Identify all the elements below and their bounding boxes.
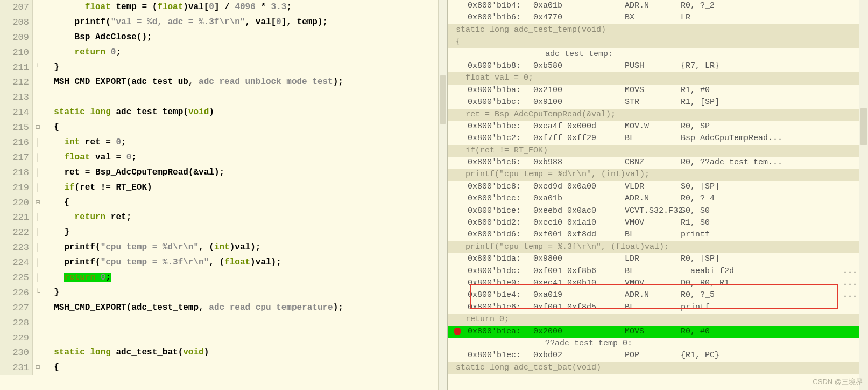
- breakpoint-gutter[interactable]: [451, 266, 463, 277]
- code-text[interactable]: [43, 331, 447, 346]
- fold-marker[interactable]: [33, 45, 43, 60]
- fold-marker[interactable]: [33, 105, 43, 120]
- code-line-212[interactable]: 212 MSH_CMD_EXPORT(adc_test_ub, adc read…: [0, 75, 447, 90]
- code-line-221[interactable]: 221│ return ret;: [0, 210, 447, 225]
- code-line-207[interactable]: 207 float temp = (float)val[0] / 4096 * …: [0, 0, 447, 15]
- fold-marker[interactable]: │: [33, 255, 43, 270]
- breakpoint-dot[interactable]: [454, 328, 461, 335]
- breakpoint-gutter[interactable]: [451, 85, 463, 96]
- code-text[interactable]: printf("cpu temp = %d\r\n", (int)val);: [43, 240, 447, 255]
- right-scrollthumb[interactable]: [860, 108, 867, 145]
- breakpoint-gutter[interactable]: [451, 217, 463, 229]
- left-scrollbar[interactable]: [438, 0, 447, 390]
- code-line-226[interactable]: 226└ }: [0, 285, 447, 301]
- code-text[interactable]: static long adc_test_bat(void): [43, 345, 447, 360]
- asm-instruction-line[interactable]: 0x800'b1b6:0x4770BXLR: [448, 12, 868, 24]
- fold-marker[interactable]: └: [33, 60, 43, 75]
- asm-instruction-line[interactable]: 0x800'b1c6:0xb988CBNZR0, ??adc_test_tem.…: [448, 157, 868, 169]
- code-line-209[interactable]: 209 Bsp_AdcClose();: [0, 30, 447, 45]
- asm-label-line[interactable]: ??adc_test_temp_0:: [448, 338, 868, 350]
- breakpoint-gutter[interactable]: [451, 181, 463, 193]
- code-line-229[interactable]: 229: [0, 331, 447, 346]
- code-text[interactable]: Bsp_AdcClose();: [43, 30, 447, 45]
- asm-instruction-line[interactable]: 0x800'b1e4:0xa019ADR.NR0, ?_5...: [448, 289, 868, 301]
- breakpoint-gutter[interactable]: [451, 96, 463, 108]
- code-line-224[interactable]: 224│ printf("cpu temp = %.3f\r\n", (floa…: [0, 255, 447, 270]
- code-line-230[interactable]: 230 static long adc_test_bat(void): [0, 345, 447, 360]
- code-text[interactable]: static long adc_test_temp(void): [43, 105, 447, 120]
- breakpoint-gutter[interactable]: [451, 133, 463, 144]
- asm-source-line[interactable]: printf("cpu temp = %.3f\r\n", (float)val…: [448, 241, 868, 253]
- right-scrollbar[interactable]: [859, 0, 868, 390]
- asm-instruction-line[interactable]: 0x800'b1e0:0xec41 0x0b10VMOVD0, R0, R1..…: [448, 277, 868, 289]
- breakpoint-gutter[interactable]: [451, 350, 463, 361]
- breakpoint-gutter[interactable]: [451, 60, 463, 72]
- asm-source-line[interactable]: {: [448, 36, 868, 48]
- asm-source-line[interactable]: printf("cpu temp = %d\r\n", (int)val);: [448, 169, 868, 180]
- asm-instruction-line[interactable]: 0x800'b1ba:0x2100MOVSR1, #0: [448, 85, 868, 96]
- asm-instruction-line[interactable]: 0x800'b1b8:0xb580PUSH{R7, LR}: [448, 60, 868, 72]
- asm-instruction-line[interactable]: 0x800'b1bc:0x9100STRR1, [SP]: [448, 96, 868, 108]
- fold-marker[interactable]: [33, 90, 43, 105]
- asm-source-line[interactable]: static long adc_test_bat(void): [448, 362, 868, 374]
- code-text[interactable]: }: [43, 225, 447, 240]
- fold-marker[interactable]: │: [33, 225, 43, 240]
- code-text[interactable]: [43, 90, 447, 105]
- asm-source-line[interactable]: static long adc_test_temp(void): [448, 24, 868, 36]
- asm-instruction-line[interactable]: 0x800'b1c8:0xed9d 0x0a00VLDRS0, [SP]: [448, 181, 868, 193]
- source-code-pane[interactable]: 207 float temp = (float)val[0] / 4096 * …: [0, 0, 448, 390]
- disassembly-pane[interactable]: 0x800'b1b4:0xa01bADR.NR0, ?_20x800'b1b6:…: [448, 0, 868, 390]
- breakpoint-gutter[interactable]: [451, 157, 463, 169]
- code-line-223[interactable]: 223│ printf("cpu temp = %d\r\n", (int)va…: [0, 240, 447, 255]
- code-text[interactable]: int ret = 0;: [43, 135, 447, 150]
- asm-instruction-line[interactable]: 0x800'b1cc:0xa01bADR.NR0, ?_4: [448, 193, 868, 205]
- fold-marker[interactable]: [33, 75, 43, 90]
- code-text[interactable]: return 0;: [43, 270, 447, 285]
- code-text[interactable]: }: [43, 285, 447, 301]
- asm-instruction-line[interactable]: 0x800'b1be:0xea4f 0x000dMOV.WR0, SP: [448, 121, 868, 133]
- code-text[interactable]: float temp = (float)val[0] / 4096 * 3.3;: [43, 0, 447, 15]
- code-text[interactable]: printf("val = %d, adc = %.3f\r\n", val[0…: [43, 15, 447, 30]
- fold-marker[interactable]: [33, 30, 43, 45]
- code-line-216[interactable]: 216│ int ret = 0;: [0, 135, 447, 150]
- code-text[interactable]: printf("cpu temp = %.3f\r\n", (float)val…: [43, 255, 447, 270]
- fold-marker[interactable]: ⊟: [33, 120, 43, 135]
- fold-marker[interactable]: │: [33, 270, 43, 285]
- fold-marker[interactable]: [33, 345, 43, 360]
- breakpoint-gutter[interactable]: [451, 229, 463, 241]
- code-line-218[interactable]: 218│ ret = Bsp_AdcCpuTempRead(&val);: [0, 165, 447, 180]
- asm-instruction-line[interactable]: 0x800'b1e6:0xf001 0xf8d5BLprintf: [448, 302, 868, 314]
- asm-source-line[interactable]: if(ret != RT_EOK): [448, 145, 868, 157]
- left-scrollthumb[interactable]: [440, 75, 446, 124]
- breakpoint-gutter[interactable]: [451, 205, 463, 217]
- fold-marker[interactable]: ⊟: [33, 196, 43, 211]
- breakpoint-gutter[interactable]: [451, 302, 463, 314]
- code-line-208[interactable]: 208 printf("val = %d, adc = %.3f\r\n", v…: [0, 15, 447, 30]
- fold-marker[interactable]: │: [33, 165, 43, 180]
- fold-marker[interactable]: │: [33, 240, 43, 255]
- code-text[interactable]: return 0;: [43, 45, 447, 60]
- breakpoint-gutter[interactable]: [451, 326, 463, 338]
- code-text[interactable]: {: [43, 360, 447, 375]
- code-line-210[interactable]: 210 return 0;: [0, 45, 447, 60]
- asm-source-line[interactable]: float val = 0;: [448, 72, 868, 84]
- code-line-227[interactable]: 227 MSH_CMD_EXPORT(adc_test_temp, adc re…: [0, 301, 447, 316]
- asm-instruction-line[interactable]: 0x800'b1ec:0xbd02POP{R1, PC}: [448, 350, 868, 361]
- asm-instruction-line[interactable]: 0x800'b1da:0x9800LDRR0, [SP]: [448, 253, 868, 265]
- code-text[interactable]: }: [43, 60, 447, 75]
- code-text[interactable]: {: [43, 196, 447, 211]
- code-line-213[interactable]: 213: [0, 90, 447, 105]
- code-line-211[interactable]: 211└ }: [0, 60, 447, 75]
- asm-instruction-line[interactable]: 0x800'b1d2:0xee10 0x1a10VMOVR1, S0: [448, 217, 868, 229]
- asm-instruction-line[interactable]: 0x800'b1ea:0x2000MOVSR0, #0: [448, 326, 868, 338]
- code-line-219[interactable]: 219│ if(ret != RT_EOK): [0, 180, 447, 196]
- code-text[interactable]: return ret;: [43, 210, 447, 225]
- breakpoint-gutter[interactable]: [451, 277, 463, 289]
- code-line-228[interactable]: 228: [0, 316, 447, 331]
- breakpoint-gutter[interactable]: [451, 0, 463, 12]
- breakpoint-gutter[interactable]: [451, 121, 463, 133]
- code-line-231[interactable]: 231⊟ {: [0, 360, 447, 375]
- code-line-217[interactable]: 217│ float val = 0;: [0, 150, 447, 165]
- asm-instruction-line[interactable]: 0x800'b1d6:0xf001 0xf8ddBLprintf: [448, 229, 868, 241]
- asm-source-line[interactable]: return 0;: [448, 314, 868, 325]
